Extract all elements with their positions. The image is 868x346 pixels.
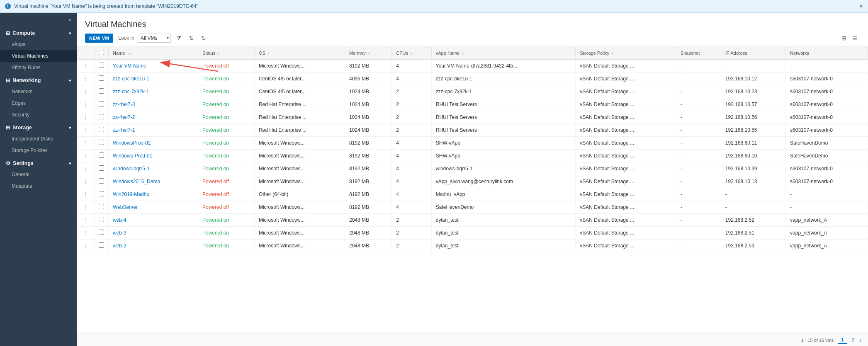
row-checkbox-cell-14[interactable] <box>95 240 109 252</box>
sidebar-section-networking-header[interactable]: ⊟Networking ▾ <box>0 73 77 86</box>
row-menu-icon-0[interactable]: ⋮ <box>81 63 90 69</box>
row-menu-icon-4[interactable]: ⋮ <box>81 114 90 121</box>
row-checkbox-10[interactable] <box>99 191 104 196</box>
row-checkbox-3[interactable] <box>99 101 104 106</box>
row-checkbox-4[interactable] <box>99 114 104 119</box>
row-menu-4[interactable]: ⋮ <box>77 111 95 124</box>
row-checkbox-14[interactable] <box>99 242 104 248</box>
row-menu-0[interactable]: ⋮ <box>77 60 95 73</box>
row-menu-13[interactable]: ⋮ <box>77 227 95 240</box>
row-name-8[interactable]: windows-bqrr5-1 <box>109 162 198 175</box>
row-name-10[interactable]: Win2019-Madhu <box>109 188 198 201</box>
col-name[interactable]: Name ↑↓ <box>109 46 198 60</box>
row-checkbox-11[interactable] <box>99 204 104 209</box>
row-name-13[interactable]: web-3 <box>109 227 198 240</box>
row-checkbox-2[interactable] <box>99 88 104 94</box>
sort-button[interactable]: ⇅ <box>187 34 196 43</box>
row-checkbox-cell-2[interactable] <box>95 85 109 98</box>
row-menu-11[interactable]: ⋮ <box>77 201 95 214</box>
row-menu-icon-13[interactable]: ⋮ <box>81 230 90 236</box>
row-menu-icon-1[interactable]: ⋮ <box>81 75 90 82</box>
row-checkbox-cell-3[interactable] <box>95 98 109 111</box>
sidebar-item-metadata[interactable]: Metadata <box>0 180 77 192</box>
refresh-button[interactable]: ↻ <box>199 34 208 43</box>
row-checkbox-cell-11[interactable] <box>95 201 109 214</box>
select-all-checkbox[interactable] <box>99 50 104 55</box>
row-name-12[interactable]: web-4 <box>109 214 198 227</box>
row-menu-icon-12[interactable]: ⋮ <box>81 217 90 223</box>
notification-close-button[interactable]: × <box>859 2 863 10</box>
row-checkbox-8[interactable] <box>99 165 104 171</box>
sidebar-item-edges[interactable]: Edges <box>0 97 77 109</box>
list-view-button[interactable]: ☰ <box>850 34 860 43</box>
row-checkbox-cell-8[interactable] <box>95 162 109 175</box>
row-menu-5[interactable]: ⋮ <box>77 124 95 137</box>
sidebar-item-storage-policies[interactable]: Storage Policies <box>0 145 77 156</box>
row-menu-icon-9[interactable]: ⋮ <box>81 178 90 185</box>
sidebar-item-networks[interactable]: Networks <box>0 86 77 97</box>
row-menu-icon-7[interactable]: ⋮ <box>81 152 90 159</box>
row-checkbox-cell-7[interactable] <box>95 150 109 162</box>
row-checkbox-cell-12[interactable] <box>95 214 109 227</box>
row-checkbox-1[interactable] <box>99 75 104 81</box>
row-name-5[interactable]: zz-rhel7-1 <box>109 124 198 137</box>
row-menu-icon-10[interactable]: ⋮ <box>81 191 90 198</box>
row-menu-icon-6[interactable]: ⋮ <box>81 140 90 146</box>
row-name-6[interactable]: WindowsProd-02 <box>109 137 198 150</box>
row-checkbox-7[interactable] <box>99 152 104 158</box>
sidebar-item-virtual-machines[interactable]: Virtual Machines <box>0 50 77 62</box>
sidebar-section-storage-header[interactable]: ⊞Storage ▾ <box>0 121 77 133</box>
new-vm-button[interactable]: NEW VM <box>85 34 113 43</box>
row-menu-icon-3[interactable]: ⋮ <box>81 101 90 108</box>
col-vapp-name[interactable]: vApp Name ▾ <box>431 46 576 60</box>
row-menu-9[interactable]: ⋮ <box>77 175 95 188</box>
sidebar-section-settings-header[interactable]: ⚙Settings ▾ <box>0 156 77 169</box>
row-checkbox-6[interactable] <box>99 140 104 145</box>
row-name-11[interactable]: WebServer <box>109 201 198 214</box>
row-menu-icon-5[interactable]: ⋮ <box>81 127 90 133</box>
row-checkbox-cell-10[interactable] <box>95 188 109 201</box>
row-checkbox-5[interactable] <box>99 127 104 132</box>
row-checkbox-cell-5[interactable] <box>95 124 109 137</box>
row-name-3[interactable]: zz-rhel7-3 <box>109 98 198 111</box>
row-name-1[interactable]: zzz-cpc-bke1u-1 <box>109 73 198 85</box>
row-checkbox-cell-1[interactable] <box>95 73 109 85</box>
sidebar-item-security[interactable]: Security <box>0 109 77 121</box>
row-menu-14[interactable]: ⋮ <box>77 240 95 252</box>
sidebar-item-vapps[interactable]: vApps <box>0 39 77 50</box>
row-checkbox-cell-0[interactable] <box>95 60 109 73</box>
row-checkbox-cell-9[interactable] <box>95 175 109 188</box>
col-storage-policy[interactable]: Storage Policy ▾ <box>576 46 676 60</box>
row-menu-1[interactable]: ⋮ <box>77 73 95 85</box>
row-checkbox-0[interactable] <box>99 63 104 68</box>
sidebar-item-independent-disks[interactable]: Independent Disks <box>0 133 77 145</box>
row-menu-icon-14[interactable]: ⋮ <box>81 242 90 249</box>
filter-button[interactable]: ⧩ <box>174 33 183 43</box>
row-checkbox-cell-13[interactable] <box>95 227 109 240</box>
sidebar-item-general[interactable]: General <box>0 169 77 180</box>
row-menu-10[interactable]: ⋮ <box>77 188 95 201</box>
row-name-7[interactable]: Windows-Prod-01 <box>109 150 198 162</box>
sidebar-section-compute-header[interactable]: ⊞Compute ▾ <box>0 26 77 39</box>
page-1-button[interactable]: 1 <box>838 336 847 344</box>
row-checkbox-cell-4[interactable] <box>95 111 109 124</box>
row-name-2[interactable]: zzz-cpc-7x92k-1 <box>109 85 198 98</box>
row-menu-icon-8[interactable]: ⋮ <box>81 165 90 172</box>
grid-view-button[interactable]: ⊞ <box>839 34 849 43</box>
row-menu-12[interactable]: ⋮ <box>77 214 95 227</box>
row-checkbox-9[interactable] <box>99 178 104 184</box>
page-2-button[interactable]: 2 <box>849 336 858 344</box>
row-menu-icon-11[interactable]: ⋮ <box>81 204 90 211</box>
sidebar-item-affinity-rules[interactable]: Affinity Rules <box>0 62 77 73</box>
row-menu-2[interactable]: ⋮ <box>77 85 95 98</box>
row-name-4[interactable]: zz-rhel7-2 <box>109 111 198 124</box>
row-menu-8[interactable]: ⋮ <box>77 162 95 175</box>
col-status[interactable]: Status ▾ <box>198 46 254 60</box>
row-checkbox-12[interactable] <box>99 217 104 222</box>
row-name-0[interactable]: Your VM Name <box>109 60 198 73</box>
row-checkbox-13[interactable] <box>99 230 104 235</box>
row-menu-3[interactable]: ⋮ <box>77 98 95 111</box>
next-page-button[interactable]: › <box>859 337 861 344</box>
col-os[interactable]: OS ▾ <box>254 46 345 60</box>
look-in-select-wrapper[interactable]: All VMs This VDC Other <box>138 34 171 43</box>
